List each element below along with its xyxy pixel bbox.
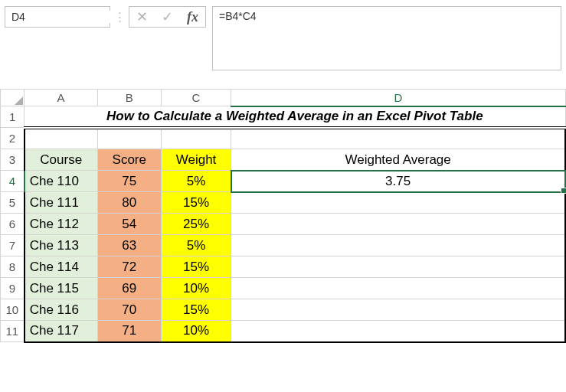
row-header-5[interactable]: 5	[1, 192, 25, 214]
col-header-D[interactable]: D	[231, 90, 565, 106]
row-header-11[interactable]: 11	[1, 321, 25, 342]
col-header-C[interactable]: C	[161, 90, 231, 106]
header-score[interactable]: Score	[97, 149, 161, 171]
check-icon[interactable]: ✓	[155, 7, 180, 27]
cell-D11[interactable]	[231, 321, 565, 342]
cancel-icon[interactable]: ✕	[129, 7, 155, 27]
fx-icon[interactable]: fx	[180, 7, 205, 27]
name-box-input[interactable]	[11, 11, 146, 23]
row-header-8[interactable]: 8	[1, 256, 25, 278]
formula-input-wrap[interactable]	[212, 6, 561, 70]
cell-C6[interactable]: 25%	[161, 214, 231, 235]
cell-B11[interactable]: 71	[97, 321, 161, 342]
header-wavg[interactable]: Weighted Average	[231, 149, 565, 171]
cell-A9[interactable]: Che 115	[25, 278, 98, 299]
row-header-10[interactable]: 10	[1, 299, 25, 321]
header-weight[interactable]: Weight	[161, 149, 231, 171]
cell-B7[interactable]: 63	[97, 235, 161, 256]
cell-D4[interactable]: 3.75	[231, 171, 565, 192]
row-header-9[interactable]: 9	[1, 278, 25, 299]
row-header-7[interactable]: 7	[1, 235, 25, 256]
cell-B2[interactable]	[97, 128, 161, 149]
cell-A4[interactable]: Che 110	[25, 171, 98, 192]
cell-C5[interactable]: 15%	[161, 192, 231, 214]
cell-A8[interactable]: Che 114	[25, 256, 98, 278]
spreadsheet-grid: A B C D 1 How to Calculate a Weighted Av…	[0, 89, 566, 343]
cell-D9[interactable]	[231, 278, 565, 299]
cell-A2[interactable]	[25, 128, 98, 149]
cell-B4[interactable]: 75	[97, 171, 161, 192]
cell-C4[interactable]: 5%	[161, 171, 231, 192]
cell-B9[interactable]: 69	[97, 278, 161, 299]
row-header-1[interactable]: 1	[1, 106, 25, 128]
select-all-corner[interactable]	[1, 90, 25, 106]
cell-A5[interactable]: Che 111	[25, 192, 98, 214]
formula-input[interactable]	[219, 10, 555, 67]
cell-B10[interactable]: 70	[97, 299, 161, 321]
cell-D2[interactable]	[231, 128, 565, 149]
cell-C8[interactable]: 15%	[161, 256, 231, 278]
cell-B5[interactable]: 80	[97, 192, 161, 214]
col-header-B[interactable]: B	[97, 90, 161, 106]
row-header-6[interactable]: 6	[1, 214, 25, 235]
row-header-4[interactable]: 4	[1, 171, 25, 192]
cell-A6[interactable]: Che 112	[25, 214, 98, 235]
cell-A10[interactable]: Che 116	[25, 299, 98, 321]
row-header-2[interactable]: 2	[1, 128, 25, 149]
cell-A7[interactable]: Che 113	[25, 235, 98, 256]
title-cell[interactable]: How to Calculate a Weighted Average in a…	[25, 106, 565, 128]
cell-D10[interactable]	[231, 299, 565, 321]
cell-C10[interactable]: 15%	[161, 299, 231, 321]
cell-C9[interactable]: 10%	[161, 278, 231, 299]
cell-D7[interactable]	[231, 235, 565, 256]
cell-D6[interactable]	[231, 214, 565, 235]
col-header-A[interactable]: A	[25, 90, 98, 106]
cell-D5[interactable]	[231, 192, 565, 214]
name-box[interactable]: ▼	[5, 6, 110, 28]
formula-bar-buttons: ✕ ✓ fx	[129, 6, 206, 28]
cell-C2[interactable]	[161, 128, 231, 149]
cell-C11[interactable]: 10%	[161, 321, 231, 342]
cell-D8[interactable]	[231, 256, 565, 278]
formula-bar: ▼ ⋮ ✕ ✓ fx	[0, 0, 566, 70]
cell-B6[interactable]: 54	[97, 214, 161, 235]
cell-B8[interactable]: 72	[97, 256, 161, 278]
row-header-3[interactable]: 3	[1, 149, 25, 171]
separator: ⋮	[116, 6, 123, 28]
cell-C7[interactable]: 5%	[161, 235, 231, 256]
cell-A11[interactable]: Che 117	[25, 321, 98, 342]
header-course[interactable]: Course	[25, 149, 98, 171]
